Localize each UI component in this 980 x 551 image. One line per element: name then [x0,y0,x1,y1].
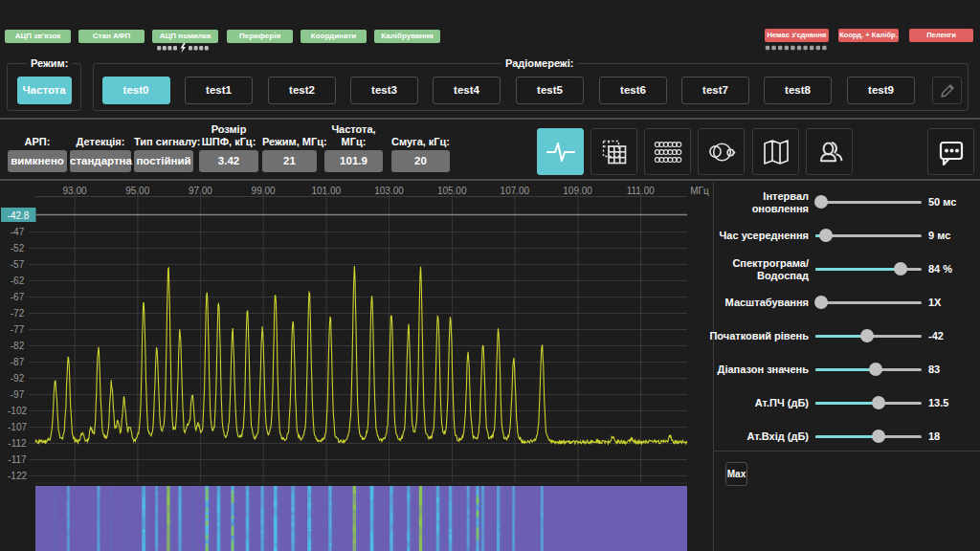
svg-text:-122: -122 [8,471,27,481]
svg-text:-67: -67 [11,292,25,302]
svg-text:-47: -47 [11,227,25,237]
svg-text:-87: -87 [11,357,25,367]
svg-text:-102: -102 [8,406,27,416]
svg-text:-72: -72 [11,308,25,319]
svg-text:-112: -112 [8,438,27,449]
svg-text:-42.8: -42.8 [8,210,30,221]
svg-text:-52: -52 [11,243,25,253]
svg-text:-77: -77 [11,324,25,335]
svg-text:-57: -57 [11,259,25,270]
svg-text:-62: -62 [11,276,25,286]
svg-text:-92: -92 [11,373,25,384]
svg-text:-107: -107 [8,422,27,432]
svg-text:МГц: МГц [690,186,709,196]
svg-text:-117: -117 [8,454,27,465]
svg-text:-82: -82 [11,341,25,351]
svg-text:-97: -97 [11,389,25,400]
